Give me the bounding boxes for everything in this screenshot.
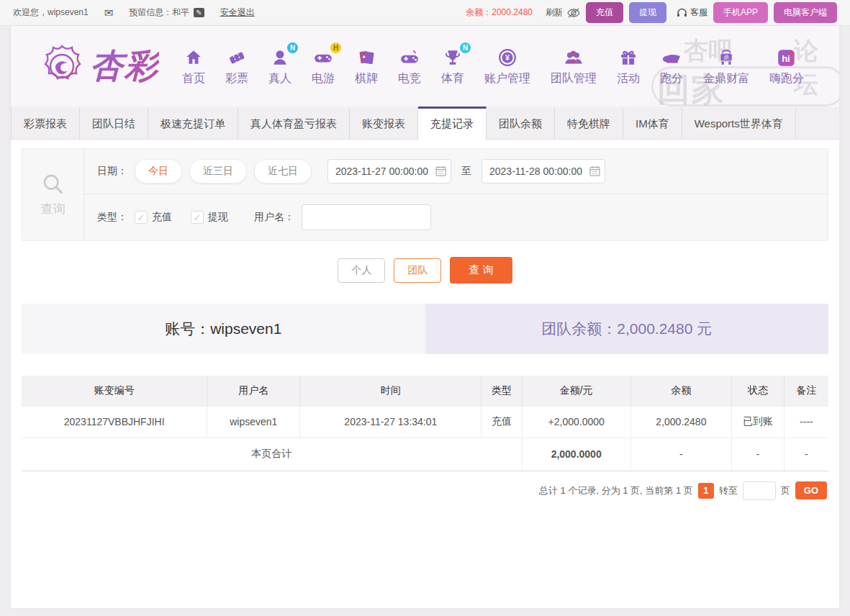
- recharge-checkbox[interactable]: ✓: [135, 211, 148, 224]
- date-to-input[interactable]: [481, 159, 605, 184]
- edit-pencil-icon[interactable]: ✎: [194, 8, 204, 17]
- welcome-text: 欢迎您，wipseven1: [13, 6, 89, 19]
- nav-label: 金鼎财富: [703, 71, 749, 86]
- col-header-time: 时间: [300, 376, 481, 406]
- content-area: 查询 日期： 今日 近三日 近七日 至: [11, 140, 839, 510]
- username-label: 用户名：: [254, 211, 294, 224]
- account-summary-bar: 账号：wipseven1 团队余额：2,000.2480 元: [22, 304, 828, 354]
- query-button[interactable]: 查 询: [450, 257, 512, 284]
- eye-slash-icon[interactable]: [567, 8, 580, 18]
- nav-item-team[interactable]: 团队管理: [541, 47, 607, 86]
- nav-label: 活动: [617, 71, 640, 86]
- recharge-button[interactable]: 充值: [586, 2, 623, 23]
- ding-cauldron-icon: 鼎: [715, 47, 737, 68]
- nav-item-paofen[interactable]: 跑分: [650, 47, 693, 86]
- pagination-summary: 总计 1 个记录, 分为 1 页, 当前第 1 页: [539, 484, 693, 497]
- team-balance-text: 团队余额：2,000.2480 元: [425, 304, 829, 354]
- preset-3days-button[interactable]: 近三日: [189, 159, 247, 184]
- trophy-icon: N: [442, 47, 464, 68]
- cell-remark: ----: [784, 406, 828, 438]
- goto-label: 转至: [719, 484, 738, 497]
- withdraw-checkbox-group[interactable]: ✓ 提现: [191, 211, 228, 224]
- tab-im-sports[interactable]: IM体育: [623, 107, 682, 139]
- message-envelope-icon[interactable]: ✉: [104, 6, 114, 19]
- nav-item-egame[interactable]: H 电游: [302, 47, 345, 86]
- current-page-button[interactable]: 1: [698, 483, 714, 499]
- nav-label: 彩票: [225, 71, 248, 86]
- nav-item-esports[interactable]: 电竞: [388, 47, 431, 86]
- pagination-bar: 总计 1 个记录, 分为 1 页, 当前第 1 页 1 转至 页 GO: [22, 471, 828, 510]
- yen-coin-icon: ¥: [497, 47, 518, 68]
- nav-item-wealth[interactable]: 鼎 金鼎财富: [693, 47, 759, 86]
- records-table: 账变编号 用户名 时间 类型 金额/元 余额 状态 备注 20231127VBB…: [22, 376, 828, 471]
- logo-text: 杏彩: [90, 44, 159, 89]
- tab-team-balance[interactable]: 团队余额: [487, 107, 555, 139]
- mobile-app-button[interactable]: 手机APP: [713, 2, 768, 23]
- cell-username: wipseven1: [207, 406, 300, 438]
- tab-fast-orders[interactable]: 极速充提订单: [148, 107, 238, 139]
- personal-button[interactable]: 个人: [338, 258, 385, 283]
- refresh-link[interactable]: 刷新: [546, 6, 563, 19]
- nav-item-activity[interactable]: 活动: [607, 47, 650, 86]
- withdraw-checkbox-label: 提现: [208, 211, 228, 224]
- tab-account-changes[interactable]: 账变报表: [350, 107, 418, 139]
- nav-item-hipaofen[interactable]: hi 嗨跑分: [759, 47, 814, 86]
- tab-live-sports-pl[interactable]: 真人体育盈亏报表: [238, 107, 350, 139]
- nav-label: 嗨跑分: [769, 71, 804, 86]
- nav-item-chess[interactable]: 棋牌: [345, 47, 388, 86]
- pc-client-button[interactable]: 电脑客户端: [774, 2, 837, 23]
- customer-service-link[interactable]: 客服: [677, 6, 707, 19]
- filter-search-block: 查询: [22, 149, 84, 240]
- team-people-icon: [563, 47, 584, 68]
- nav-item-account[interactable]: ¥ 账户管理: [474, 47, 541, 86]
- nav-label: 团队管理: [551, 71, 597, 86]
- search-icon: [41, 172, 65, 196]
- nav-label: 真人: [268, 71, 291, 86]
- team-button[interactable]: 团队: [394, 258, 441, 283]
- tab-team-daily[interactable]: 团队日结: [80, 107, 148, 139]
- username-input[interactable]: [302, 204, 431, 230]
- date-from-input[interactable]: [327, 159, 451, 184]
- reserved-info-text: 预留信息：和平 ✎: [129, 6, 204, 19]
- nav-label: 首页: [182, 71, 205, 86]
- col-header-balance: 余额: [630, 376, 731, 406]
- nav-item-home[interactable]: 首页: [172, 47, 215, 86]
- svg-text:¥: ¥: [505, 53, 510, 62]
- esports-gamepad-icon: [399, 47, 420, 68]
- preset-7days-button[interactable]: 近七日: [254, 159, 312, 184]
- filter-panel: 查询 日期： 今日 近三日 近七日 至: [22, 148, 828, 241]
- paofen-rhino-icon: [661, 47, 682, 68]
- lottery-ticket-icon: [226, 47, 248, 68]
- logout-link[interactable]: 安全退出: [220, 6, 255, 19]
- summary-balance: -: [630, 438, 731, 471]
- nav-item-lottery[interactable]: 彩票: [215, 47, 258, 86]
- top-bar: 欢迎您，wipseven1 ✉ 预留信息：和平 ✎ 安全退出 余额：2000.2…: [0, 0, 850, 26]
- nav-item-live[interactable]: N 真人: [258, 47, 302, 86]
- cards-icon: [356, 47, 377, 68]
- nav-label: 电竞: [398, 71, 421, 86]
- col-header-status: 状态: [731, 376, 784, 406]
- col-header-username: 用户名: [207, 376, 300, 406]
- nav-label: 体育: [441, 71, 464, 86]
- calendar-icon[interactable]: [435, 166, 446, 176]
- go-button[interactable]: GO: [795, 481, 827, 499]
- hi-app-icon: hi: [776, 47, 797, 68]
- withdraw-checkbox[interactable]: ✓: [191, 211, 204, 224]
- gift-icon: [618, 47, 639, 68]
- nav-item-sports[interactable]: N 体育: [431, 47, 474, 86]
- svg-text:hi: hi: [782, 53, 790, 64]
- cell-type: 充值: [481, 406, 522, 438]
- site-logo[interactable]: 杏彩: [40, 44, 159, 89]
- tab-lottery-report[interactable]: 彩票报表: [11, 107, 80, 139]
- tab-wesports[interactable]: Wesports世界体育: [682, 107, 796, 139]
- tab-temian-chess[interactable]: 特免棋牌: [555, 107, 623, 139]
- calendar-icon[interactable]: [589, 166, 600, 176]
- preset-today-button[interactable]: 今日: [135, 159, 182, 184]
- badge-n: N: [460, 42, 471, 53]
- page-unit-label: 页: [781, 484, 790, 497]
- recharge-checkbox-label: 充值: [152, 211, 172, 224]
- goto-page-input[interactable]: [743, 481, 776, 500]
- recharge-checkbox-group[interactable]: ✓ 充值: [135, 211, 172, 224]
- tab-recharge-withdraw-records[interactable]: 充提记录: [418, 107, 487, 140]
- withdraw-button[interactable]: 提现: [629, 2, 666, 23]
